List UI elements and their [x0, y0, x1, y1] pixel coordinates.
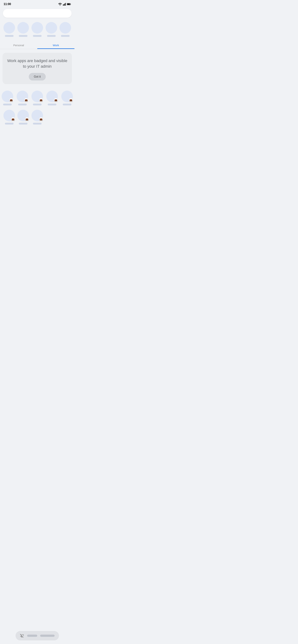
work-app-row-2: 💼 💼 💼: [0, 108, 75, 128]
app-label-skeleton: [5, 123, 14, 124]
info-card: Work apps are badged and visible to your…: [3, 53, 72, 84]
work-app-circle: 💼: [2, 90, 13, 102]
work-badge: 💼: [39, 117, 43, 121]
app-label-skeleton: [63, 104, 71, 106]
tabs-container: Personal Work: [0, 41, 75, 49]
work-badge: 💼: [9, 98, 13, 102]
app-item-skeleton-1: [4, 22, 15, 37]
app-label-skeleton: [19, 35, 28, 37]
work-app-item-5[interactable]: 💼: [61, 90, 73, 106]
app-label-skeleton: [48, 104, 56, 106]
briefcase-icon: 💼: [10, 99, 13, 102]
work-badge: 💼: [39, 98, 43, 102]
work-app-circle: 💼: [32, 90, 43, 102]
work-app-circle: 💼: [32, 110, 43, 121]
svg-point-0: [60, 5, 60, 6]
app-label-skeleton: [33, 35, 42, 37]
work-app-item-4[interactable]: 💼: [46, 90, 58, 106]
tab-work[interactable]: Work: [37, 41, 75, 49]
app-label-skeleton: [3, 104, 12, 106]
app-circle-skeleton: [17, 22, 29, 34]
app-circle-skeleton: [46, 22, 57, 34]
status-icons: [58, 3, 71, 6]
work-app-item-1[interactable]: 💼: [2, 90, 13, 106]
work-app-circle: 💼: [46, 90, 58, 102]
briefcase-icon: 💼: [40, 118, 43, 120]
info-card-text: Work apps are badged and visible to your…: [7, 58, 68, 69]
work-app-item-8[interactable]: 💼: [32, 110, 43, 124]
work-app-circle: 💼: [17, 90, 28, 102]
work-app-circle: 💼: [4, 110, 15, 121]
app-label-skeleton: [61, 35, 70, 37]
wifi-icon: [58, 3, 62, 6]
work-badge: 💼: [54, 98, 58, 102]
briefcase-icon: 💼: [69, 99, 72, 102]
briefcase-icon: 💼: [54, 99, 57, 102]
work-app-row-1: 💼 💼 💼 💼 💼: [0, 88, 75, 108]
battery-icon: [67, 3, 71, 5]
app-item-skeleton-3: [32, 22, 43, 37]
signal-icon: [63, 3, 66, 6]
work-badge: 💼: [25, 117, 29, 121]
status-bar: 11:00: [0, 0, 75, 7]
svg-rect-7: [67, 4, 70, 5]
search-bar[interactable]: [3, 9, 72, 18]
bottom-spacer: [0, 128, 75, 142]
work-badge: 💼: [24, 98, 28, 102]
app-circle-skeleton: [32, 22, 43, 34]
briefcase-icon: 💼: [40, 99, 43, 102]
svg-rect-3: [65, 4, 65, 6]
app-label-skeleton: [33, 123, 42, 124]
app-label-skeleton: [47, 35, 56, 37]
app-label-skeleton: [33, 104, 42, 106]
briefcase-icon: 💼: [26, 118, 28, 120]
app-item-skeleton-5: [60, 22, 71, 37]
work-app-circle: 💼: [61, 90, 73, 102]
svg-rect-4: [65, 3, 66, 6]
svg-rect-2: [64, 4, 64, 6]
work-app-item-3[interactable]: 💼: [32, 90, 43, 106]
app-label-skeleton: [18, 104, 27, 106]
app-item-skeleton-2: [17, 22, 29, 37]
got-it-button[interactable]: Got it: [29, 73, 46, 80]
briefcase-icon: 💼: [12, 118, 15, 120]
search-bar-container: [0, 7, 75, 20]
work-app-item-2[interactable]: 💼: [17, 90, 28, 106]
work-app-item-6[interactable]: 💼: [4, 110, 15, 124]
work-badge: 💼: [11, 117, 15, 121]
briefcase-icon: 💼: [25, 99, 28, 102]
work-app-item-7[interactable]: 💼: [17, 110, 29, 124]
svg-rect-6: [71, 4, 71, 5]
svg-rect-1: [63, 4, 63, 6]
app-circle-skeleton: [4, 22, 15, 34]
app-item-skeleton-4: [46, 22, 57, 37]
tab-personal[interactable]: Personal: [0, 41, 37, 49]
app-label-skeleton: [5, 35, 14, 37]
app-label-skeleton: [19, 123, 28, 124]
skeleton-app-row: [0, 20, 75, 40]
work-badge: 💼: [69, 98, 73, 102]
status-time: 11:00: [4, 2, 11, 6]
work-app-circle: 💼: [17, 110, 29, 121]
app-circle-skeleton: [60, 22, 71, 34]
